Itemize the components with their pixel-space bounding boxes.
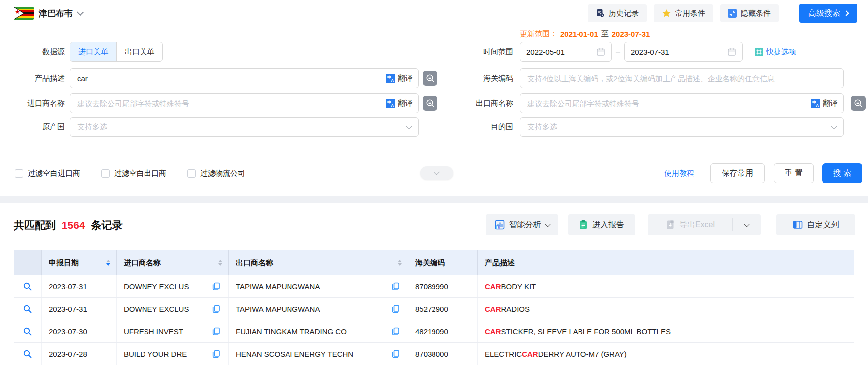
row-cell-actions [14, 343, 42, 365]
results-section: 共匹配到 1564 条记录 BI 智能分析 进入报告 导出Excel 自 [0, 203, 868, 367]
data-source-tabs: 进口关单 出口关单 [70, 42, 163, 62]
hs-code-input[interactable] [520, 68, 844, 88]
copy-icon[interactable] [212, 327, 220, 336]
copy-icon[interactable] [392, 282, 400, 291]
row-cell-description: CAR STICKER, SLEEVE LABLE FOR 500ML BOTT… [478, 320, 854, 342]
table-header: 申报日期 进口商名称 出口商名称 海关编码 产品描述 [14, 250, 854, 275]
table-row: 2023-07-31DOWNEY EXCLUSTAPIWA MAPUNGWANA… [14, 298, 854, 320]
row-cell-date: 2023-07-30 [42, 320, 117, 342]
checkbox-icon [187, 169, 196, 178]
translate-button[interactable]: 中A 翻译 [811, 93, 838, 113]
favorites-label: 常用条件 [675, 9, 705, 18]
copy-icon[interactable] [392, 305, 400, 313]
results-table: 申报日期 进口商名称 出口商名称 海关编码 产品描述 2023-07-31DOW… [14, 250, 854, 365]
search-button[interactable]: 搜 索 [822, 163, 862, 183]
update-range-end: 2023-07-31 [612, 30, 650, 38]
date-end-input[interactable]: 2023-07-31 [624, 42, 743, 62]
header-label: 申报日期 [49, 258, 79, 268]
filter-blank-exporter-checkbox[interactable]: 过滤空白出口商 [101, 169, 166, 178]
smart-analysis-label: 智能分析 [509, 220, 541, 230]
save-common-button[interactable]: 保存常用 [710, 163, 765, 183]
translate-button[interactable]: 中A 翻译 [386, 68, 413, 88]
summary-suffix: 条记录 [91, 219, 122, 231]
row-cell-description: ELECTRIC CAR DERRY AUTO-M7 (GRAY) [478, 343, 854, 365]
row-cell-exporter: FUJIAN TINGKAM TRADING CO [229, 320, 408, 342]
history-button[interactable]: 历史记录 [588, 4, 647, 22]
fuzzy-search-toggle[interactable] [423, 71, 437, 86]
header-label: 海关编码 [415, 258, 445, 268]
country-selector[interactable]: ★ 津巴布韦 [14, 7, 83, 20]
update-range-to: 至 [601, 29, 609, 39]
favorites-button[interactable]: 常用条件 [654, 4, 713, 22]
enter-report-label: 进入报告 [592, 220, 624, 230]
copy-icon[interactable] [212, 305, 220, 313]
product-desc-input[interactable] [70, 68, 419, 88]
sort-control[interactable] [218, 260, 222, 266]
importer-input[interactable] [70, 93, 419, 113]
fuzzy-search-toggle[interactable] [423, 96, 437, 111]
filter-checkboxes: 过滤空白进口商 过滤空白出口商 过滤物流公司 [15, 163, 245, 184]
origin-country-select[interactable]: 支持多选 [70, 117, 419, 137]
filter-logistics-checkbox[interactable]: 过滤物流公司 [187, 169, 245, 178]
tab-import-declarations[interactable]: 进口关单 [70, 42, 117, 61]
tab-export-declarations[interactable]: 出口关单 [117, 42, 162, 61]
translate-label: 翻译 [398, 74, 413, 83]
advanced-search-button[interactable]: 高级搜索 [799, 4, 857, 23]
row-cell-hscode: 85272900 [408, 298, 478, 320]
country-name: 津巴布韦 [39, 8, 73, 19]
history-label: 历史记录 [609, 9, 639, 18]
collapse-icon [728, 9, 737, 18]
view-detail-icon[interactable] [23, 282, 32, 291]
header-cell-exporter: 出口商名称 [229, 250, 408, 275]
date-start-input[interactable]: 2022-05-01 [520, 42, 612, 62]
filter-blank-importer-checkbox[interactable]: 过滤空白进口商 [15, 169, 80, 178]
reset-button[interactable]: 重 置 [774, 163, 814, 183]
chevron-down-icon [744, 221, 749, 227]
smart-analysis-button[interactable]: BI 智能分析 [486, 214, 558, 235]
export-excel-split-button: 导出Excel [648, 214, 761, 235]
row-cell-importer: DOWNEY EXCLUS [117, 275, 229, 297]
chevron-down-icon [77, 9, 84, 16]
export-excel-button[interactable]: 导出Excel [648, 220, 732, 230]
custom-columns-label: 自定义列 [807, 220, 839, 230]
header-label: 出口商名称 [236, 258, 273, 268]
quick-options-link[interactable]: 快捷选项 [755, 47, 796, 57]
custom-columns-button[interactable]: 自定义列 [776, 214, 855, 235]
hide-conditions-button[interactable]: 隐藏条件 [720, 4, 779, 22]
fuzzy-search-toggle[interactable] [851, 96, 866, 111]
row-cell-description: CAR RADIOS [478, 298, 854, 320]
copy-icon[interactable] [212, 350, 220, 358]
row-cell-exporter: HENAN SCOSAI ENERGY TECHN [229, 343, 408, 365]
checkbox-icon [101, 169, 110, 178]
sort-control[interactable] [398, 260, 402, 266]
copy-icon[interactable] [212, 282, 220, 291]
row-cell-hscode: 48219090 [408, 320, 478, 342]
sort-control[interactable] [106, 260, 110, 266]
header-label: 进口商名称 [124, 258, 161, 268]
calendar-icon [596, 47, 605, 56]
export-options-button[interactable] [733, 224, 761, 226]
chevron-down-icon [434, 169, 440, 175]
collapse-form-button[interactable] [420, 166, 453, 180]
advanced-search-label: 高级搜索 [808, 8, 840, 19]
filter-label: 过滤物流公司 [200, 169, 245, 178]
copy-icon[interactable] [392, 350, 400, 358]
quick-options-label: 快捷选项 [766, 47, 796, 57]
view-detail-icon[interactable] [23, 327, 32, 336]
importer-label: 进口商名称 [0, 93, 65, 113]
date-start-value: 2022-05-01 [526, 48, 596, 56]
row-cell-importer: UFRESH INVEST [117, 320, 229, 342]
product-desc-label: 产品描述 [0, 68, 65, 88]
row-cell-date: 2023-07-31 [42, 275, 117, 297]
tutorial-link[interactable]: 使用教程 [664, 163, 694, 184]
copy-icon[interactable] [392, 327, 400, 336]
destination-select[interactable]: 支持多选 [520, 117, 844, 137]
view-detail-icon[interactable] [23, 349, 32, 359]
filter-label: 过滤空白进口商 [28, 169, 80, 178]
exporter-input[interactable] [520, 93, 844, 113]
enter-report-button[interactable]: 进入报告 [568, 214, 635, 235]
translate-button[interactable]: 中A 翻译 [386, 93, 413, 113]
bi-analysis-icon: BI [495, 220, 505, 230]
exporter-label: 出口商名称 [438, 93, 513, 113]
view-detail-icon[interactable] [23, 304, 32, 314]
